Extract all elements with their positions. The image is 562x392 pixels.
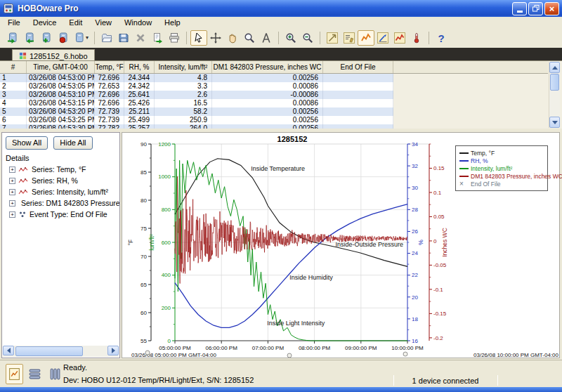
scroll-right-button[interactable]	[107, 346, 119, 355]
table-cell[interactable]: 16.5	[155, 99, 212, 107]
column-header[interactable]: RH, %	[124, 61, 155, 73]
scroll-thumb[interactable]	[550, 74, 559, 91]
line-chart-view-button[interactable]	[358, 30, 374, 46]
table-cell[interactable]	[323, 107, 393, 116]
pan-hand-button[interactable]	[224, 30, 241, 46]
column-view-button[interactable]	[46, 364, 64, 384]
scroll-up-button[interactable]	[549, 62, 560, 73]
table-cell[interactable]: 03/26/08 04:53:05 PM	[27, 82, 95, 91]
tree-expander-icon[interactable]: +	[9, 166, 15, 173]
table-cell[interactable]: 2	[0, 82, 27, 91]
pointer-button[interactable]	[190, 30, 207, 46]
table-row[interactable]: 103/26/08 04:53:00 PM72.69624.3444.80.00…	[0, 74, 393, 82]
table-row[interactable]: 203/26/08 04:53:05 PM72.65324.3423.30.00…	[0, 82, 393, 91]
table-cell[interactable]: 0.00256	[212, 74, 323, 82]
table-cell[interactable]: 24.344	[124, 74, 155, 82]
table-cell[interactable]: 72.653	[95, 82, 124, 91]
menu-view[interactable]: View	[89, 17, 118, 29]
series-pct-line[interactable]	[175, 204, 407, 328]
table-cell[interactable]	[323, 91, 393, 99]
table-cell[interactable]: 03/26/08 04:53:25 PM	[27, 116, 95, 124]
series-properties-button[interactable]	[341, 30, 358, 46]
table-cell[interactable]: 0.00086	[212, 99, 323, 107]
axis-scale-handle[interactable]	[145, 351, 150, 355]
table-cell[interactable]: 72.739	[95, 107, 124, 116]
plot-view-button[interactable]	[6, 364, 23, 384]
restore-button[interactable]	[528, 2, 543, 15]
table-cell[interactable]: 250.9	[155, 116, 212, 124]
thermometer-button[interactable]	[408, 30, 425, 46]
table-cell[interactable]: 7	[0, 124, 27, 129]
table-row[interactable]: 303/26/08 04:53:10 PM72.69625.6412.6-0.0…	[0, 91, 393, 99]
details-tree-item[interactable]: +Series: Intensity, lum/ft²	[2, 186, 119, 197]
table-cell[interactable]: 0.00256	[212, 124, 323, 129]
stop-device-button[interactable]	[55, 30, 72, 46]
device-status-button[interactable]	[38, 30, 55, 46]
column-header[interactable]: Time, GMT-04:00	[27, 61, 95, 73]
print-button[interactable]	[166, 30, 183, 46]
menu-device[interactable]: Device	[27, 17, 63, 29]
menu-window[interactable]: Window	[118, 17, 158, 29]
zoom-out-button[interactable]	[299, 30, 316, 46]
table-cell[interactable]: 4	[0, 99, 27, 107]
table-cell[interactable]: 03/26/08 04:53:10 PM	[27, 91, 95, 99]
column-header[interactable]: #	[0, 61, 27, 73]
table-cell[interactable]: 1	[0, 74, 27, 82]
table-row[interactable]: 603/26/08 04:53:25 PM72.73925.499250.90.…	[0, 116, 393, 124]
table-cell[interactable]	[323, 116, 393, 124]
select-device-button[interactable]: ▾	[72, 30, 91, 46]
table-cell[interactable]: 4.8	[155, 74, 212, 82]
caliper-button[interactable]	[258, 30, 275, 46]
axis-scale-handle[interactable]	[403, 352, 407, 356]
axis-scale-handle[interactable]	[287, 353, 292, 358]
plot-annotation[interactable]: Inside Temperature	[251, 165, 305, 172]
plot-annotation[interactable]: Inside-Outside Pressure	[335, 241, 403, 248]
readout-device-button[interactable]	[21, 30, 38, 46]
table-cell[interactable]: 3	[0, 91, 27, 99]
column-header[interactable]: End Of File	[323, 61, 393, 73]
help-button[interactable]: ?	[433, 30, 450, 46]
table-cell[interactable]: 72.696	[95, 99, 124, 107]
table-cell[interactable]: 72.696	[95, 91, 124, 99]
scroll-down-button[interactable]	[549, 117, 560, 128]
scroll-left-button[interactable]	[3, 346, 14, 355]
table-row[interactable]: 503/26/08 04:53:20 PM72.73925.21158.20.0…	[0, 107, 393, 116]
table-cell[interactable]: 3.3	[155, 82, 212, 91]
crosshair-button[interactable]	[207, 30, 224, 46]
column-header[interactable]: DM1 842803 Pressure, inches WC	[212, 61, 323, 73]
table-vertical-scrollbar[interactable]	[549, 62, 560, 128]
table-cell[interactable]: 25.426	[124, 99, 155, 107]
tree-expander-icon[interactable]: +	[9, 178, 15, 184]
table-cell[interactable]	[323, 124, 393, 129]
table-cell[interactable]: 03/26/08 04:53:20 PM	[27, 107, 95, 116]
details-horizontal-scrollbar[interactable]	[3, 346, 119, 357]
menu-help[interactable]: Help	[158, 17, 187, 29]
table-cell[interactable]: 2.6	[155, 91, 212, 99]
table-row[interactable]: 703/26/08 04:53:30 PM72.78225.257264.00.…	[0, 124, 393, 129]
open-file-button[interactable]	[98, 30, 115, 46]
table-cell[interactable]: 264.0	[155, 124, 212, 129]
table-cell[interactable]: 03/26/08 04:53:30 PM	[27, 124, 95, 129]
menu-edit[interactable]: Edit	[63, 17, 89, 29]
zoom-in-button[interactable]	[282, 30, 299, 46]
tree-expander-icon[interactable]: +	[9, 189, 15, 195]
close-file-button[interactable]	[132, 30, 149, 46]
table-cell[interactable]: 72.696	[95, 74, 124, 82]
arrow-chart-view-button[interactable]	[374, 30, 391, 46]
table-cell[interactable]: 03/26/08 04:53:00 PM	[27, 74, 95, 82]
minimize-button[interactable]	[512, 2, 527, 15]
details-tree-item[interactable]: +Series: DM1 842803 Pressure, inch	[2, 197, 119, 209]
table-cell[interactable]	[323, 74, 393, 82]
scatter-chart-view-button[interactable]	[391, 30, 408, 46]
column-header[interactable]: Intensity, lum/ft²	[155, 61, 212, 73]
table-cell[interactable]: 0.00256	[212, 116, 323, 124]
details-tree-item[interactable]: +Series: Temp, °F	[2, 164, 119, 175]
table-view-button[interactable]	[26, 364, 44, 384]
crop-tool-button[interactable]	[324, 30, 341, 46]
show-all-button[interactable]: Show All	[6, 136, 48, 150]
table-cell[interactable]: 0.00086	[212, 82, 323, 91]
column-header[interactable]: Temp, °F	[95, 61, 124, 73]
table-cell[interactable]: 58.2	[155, 107, 212, 116]
details-tree-item[interactable]: +Event Type: End Of File	[2, 209, 119, 220]
table-cell[interactable]: 72.739	[95, 116, 124, 124]
